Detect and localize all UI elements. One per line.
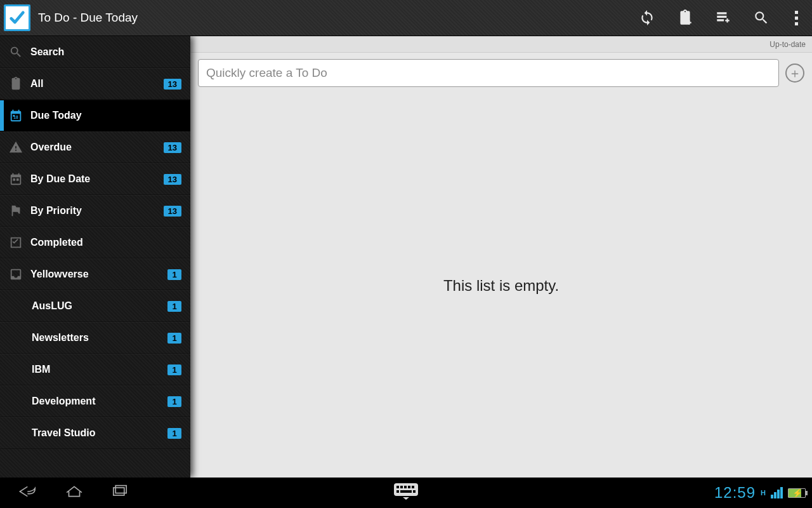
empty-state: This list is empty. [190, 93, 812, 478]
app-title: To Do - Due Today [38, 11, 138, 25]
battery-icon: ⚡ [788, 488, 806, 498]
system-tray[interactable]: 12:59 H ⚡ [714, 484, 812, 502]
sidebar-item-all[interactable]: All 13 [0, 68, 190, 100]
recent-apps-icon [109, 484, 131, 499]
refresh-icon [639, 10, 655, 26]
svg-text:18: 18 [13, 115, 18, 119]
nav-home-button[interactable] [63, 484, 85, 502]
calendar-icon: 18 [9, 109, 30, 123]
sidebar-item-label: Yellowverse [30, 269, 167, 280]
plus-icon: ＋ [789, 65, 801, 82]
sidebar-item-label: Overdue [30, 142, 164, 153]
system-navbar: 12:59 H ⚡ [0, 478, 812, 508]
keyboard-icon [394, 483, 418, 500]
flag-icon [9, 204, 30, 218]
quick-add-input[interactable] [198, 59, 779, 87]
sidebar-item-label: Development [32, 396, 167, 407]
svg-rect-3 [394, 483, 418, 496]
sidebar-subitem-newsletters[interactable]: Newsletters 1 [0, 322, 190, 354]
new-list-button[interactable] [704, 0, 742, 36]
sidebar-item-label: Newsletters [32, 332, 167, 344]
check-icon [9, 236, 30, 250]
svg-rect-11 [413, 490, 416, 493]
empty-state-text: This list is empty. [443, 277, 559, 295]
svg-rect-8 [412, 486, 414, 488]
sidebar-item-label: By Priority [30, 205, 164, 217]
svg-rect-4 [396, 486, 399, 488]
nav-recent-button[interactable] [109, 484, 131, 502]
overflow-dot-icon [795, 22, 798, 25]
main-content: Up-to-date ＋ This list is empty. [190, 36, 812, 478]
sidebar-item-search[interactable]: Search [0, 36, 190, 68]
sidebar: Search All 13 18 Due Today Overdue [0, 36, 190, 478]
action-bar: To Do - Due Today [0, 0, 812, 36]
count-badge: 13 [164, 174, 181, 185]
nav-back-button[interactable] [18, 484, 39, 502]
app-icon[interactable] [4, 4, 30, 31]
overflow-dot-icon [795, 17, 798, 20]
count-badge: 13 [164, 142, 181, 153]
clipboard-add-icon [677, 10, 693, 26]
count-badge: 1 [167, 301, 181, 312]
search-button[interactable] [742, 0, 780, 36]
overflow-menu-button[interactable] [780, 11, 812, 25]
svg-rect-5 [400, 486, 403, 488]
sidebar-item-label: By Due Date [30, 173, 164, 185]
quick-add-button[interactable]: ＋ [785, 64, 804, 83]
sidebar-item-label: Completed [30, 237, 181, 248]
sync-button[interactable] [628, 0, 666, 36]
sidebar-item-label: All [30, 78, 164, 90]
sidebar-item-by-due-date[interactable]: By Due Date 13 [0, 163, 190, 195]
sidebar-item-completed[interactable]: Completed [0, 227, 190, 258]
svg-rect-10 [400, 490, 412, 493]
home-icon [63, 484, 85, 499]
sidebar-item-due-today[interactable]: 18 Due Today [0, 100, 190, 131]
inbox-icon [9, 267, 30, 281]
clock: 12:59 [714, 484, 756, 502]
count-badge: 1 [167, 269, 181, 280]
count-badge: 1 [167, 333, 181, 344]
sync-status-bar: Up-to-date [190, 36, 812, 53]
svg-rect-6 [404, 486, 407, 488]
search-icon [753, 10, 769, 26]
count-badge: 1 [167, 364, 181, 375]
sidebar-item-overdue[interactable]: Overdue 13 [0, 131, 190, 163]
sidebar-item-label: Search [30, 46, 181, 58]
svg-rect-7 [408, 486, 410, 488]
search-icon [9, 45, 30, 59]
nav-keyboard-button[interactable] [394, 483, 418, 502]
count-badge: 1 [167, 428, 181, 439]
grid-calendar-icon [9, 172, 30, 186]
list-add-icon [715, 10, 731, 26]
sidebar-item-yellowverse[interactable]: Yellowverse 1 [0, 258, 190, 290]
sidebar-item-label: Travel Studio [32, 427, 167, 439]
sidebar-subitem-auslug[interactable]: AusLUG 1 [0, 290, 190, 322]
sidebar-item-by-priority[interactable]: By Priority 13 [0, 195, 190, 227]
sidebar-item-label: AusLUG [32, 300, 167, 312]
sidebar-item-label: IBM [32, 364, 167, 375]
warning-icon [9, 140, 30, 154]
sidebar-item-label: Due Today [30, 110, 181, 121]
count-badge: 1 [167, 396, 181, 407]
signal-icon [771, 487, 783, 498]
new-todo-button[interactable] [666, 0, 704, 36]
clipboard-icon [9, 77, 30, 91]
sidebar-subitem-development[interactable]: Development 1 [0, 385, 190, 417]
sidebar-subitem-travel-studio[interactable]: Travel Studio 1 [0, 417, 190, 449]
count-badge: 13 [164, 206, 181, 217]
sync-status-text: Up-to-date [769, 40, 806, 49]
count-badge: 13 [164, 79, 181, 90]
back-icon [18, 484, 39, 499]
svg-rect-9 [396, 490, 399, 493]
network-type-indicator: H [761, 489, 766, 497]
sidebar-subitem-ibm[interactable]: IBM 1 [0, 354, 190, 385]
quick-add-row: ＋ [190, 53, 812, 93]
overflow-dot-icon [795, 11, 798, 14]
